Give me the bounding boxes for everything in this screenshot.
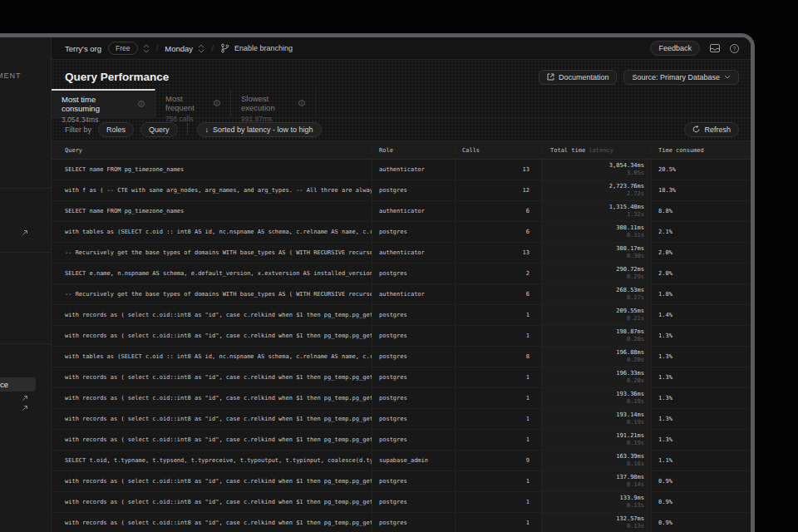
time-consumed-cell: 1.3%: [651, 326, 751, 346]
role-cell: postgres: [372, 367, 455, 387]
sidebar-section-label: GEMENT: [0, 71, 22, 80]
calls-cell: 9: [455, 451, 541, 470]
table-row[interactable]: with records as ( select c.oid::int8 as …: [52, 409, 751, 430]
role-cell: postgres: [372, 180, 455, 200]
time-consumed-cell: 0.9%: [651, 513, 751, 532]
total-time-cell: 193.36ms0.19s: [541, 388, 651, 408]
column-header-role: Role: [372, 147, 455, 154]
query-filter-button[interactable]: Query: [140, 122, 178, 137]
calls-cell: 1: [455, 367, 541, 387]
table-row[interactable]: with records as ( select c.oid::int8 as …: [52, 430, 751, 451]
role-cell: postgres: [372, 326, 455, 346]
query-cell: with records as ( select c.oid::int8 as …: [52, 492, 372, 512]
info-icon: [298, 100, 305, 106]
table-row[interactable]: with records as ( select c.oid::int8 as …: [52, 513, 751, 532]
tab-most-frequent[interactable]: Most frequent 756 calls: [155, 89, 231, 117]
table-row[interactable]: -- Recursively get the base types of dom…: [52, 243, 751, 264]
role-cell: postgres: [372, 513, 455, 532]
query-cell: with tables as (SELECT c.oid :: int8 AS …: [52, 222, 372, 242]
table-row[interactable]: SELECT t.oid, t.typname, t.typsend, t.ty…: [52, 451, 751, 471]
total-time-cell: 132.57ms0.13s: [541, 513, 651, 532]
sidebar-divider: [0, 343, 52, 344]
project-selector-icon[interactable]: [198, 44, 204, 53]
table-row[interactable]: -- Recursively get the base types of dom…: [52, 284, 751, 305]
calls-cell: 8: [455, 347, 541, 367]
table-row[interactable]: with tables as (SELECT c.oid :: int8 AS …: [52, 347, 751, 367]
query-cell: SELECT name FROM pg_timezone_names: [52, 201, 372, 221]
total-time-cell: 193.14ms0.19s: [541, 409, 651, 429]
time-consumed-cell: 1.4%: [651, 305, 751, 325]
notifications-inbox-icon[interactable]: [710, 44, 720, 52]
query-cell: with records as ( select c.oid::int8 as …: [52, 388, 372, 408]
total-time-cell: 196.88ms0.20s: [541, 347, 651, 367]
tab-slowest-execution[interactable]: Slowest execution 991.97ms: [231, 89, 316, 117]
report-tabs: Most time consuming 3,054.34ms Most freq…: [52, 89, 751, 118]
table-row[interactable]: SELECT name FROM pg_timezone_names authe…: [52, 201, 751, 222]
query-cell: SELECT name FROM pg_timezone_names: [52, 160, 372, 180]
breadcrumb-separator: /: [211, 44, 214, 53]
query-cell: -- Recursively get the base types of dom…: [52, 243, 372, 263]
documentation-button[interactable]: Documentation: [539, 70, 618, 85]
table-row[interactable]: SELECT e.name, n.nspname AS schema, e.de…: [52, 264, 751, 284]
query-cell: with records as ( select c.oid::int8 as …: [52, 471, 372, 491]
role-cell: postgres: [372, 347, 455, 367]
time-consumed-cell: 0.9%: [651, 471, 751, 491]
time-consumed-cell: 1.8%: [651, 284, 751, 304]
sidebar-item-active[interactable]: ce: [0, 377, 36, 392]
table-row[interactable]: with records as ( select c.oid::int8 as …: [52, 388, 751, 409]
role-cell: authenticator: [372, 284, 455, 304]
enable-branching-button[interactable]: Enable branching: [234, 44, 293, 52]
refresh-button[interactable]: Refresh: [684, 122, 739, 137]
project-name[interactable]: Monday: [165, 44, 193, 53]
role-cell: postgres: [372, 388, 455, 408]
role-cell: postgres: [372, 305, 455, 325]
query-cell: SELECT t.oid, t.typname, t.typsend, t.ty…: [52, 451, 372, 470]
total-time-cell: 133.9ms0.13s: [541, 492, 651, 512]
total-time-cell: 137.98ms0.14s: [541, 471, 651, 491]
role-cell: supabase_admin: [372, 451, 455, 470]
source-select[interactable]: Source: Primary Database: [623, 70, 739, 85]
column-header-time-consumed: Time consumed: [651, 147, 751, 154]
refresh-icon: [692, 126, 700, 133]
query-cell: with records as ( select c.oid::int8 as …: [52, 367, 372, 387]
total-time-cell: 1,315.48ms1.32s: [541, 201, 651, 221]
role-cell: postgres: [372, 264, 455, 283]
external-link-icon[interactable]: [22, 229, 28, 236]
total-time-cell: 308.17ms0.30s: [541, 243, 651, 263]
table-row[interactable]: with records as ( select c.oid::int8 as …: [52, 305, 751, 326]
help-icon[interactable]: ?: [730, 44, 739, 53]
table-row[interactable]: with records as ( select c.oid::int8 as …: [52, 326, 751, 347]
total-time-cell: 308.11ms0.31s: [541, 222, 651, 242]
calls-cell: 6: [455, 284, 541, 304]
query-cell: with records as ( select c.oid::int8 as …: [52, 430, 372, 450]
time-consumed-cell: 1.3%: [651, 409, 751, 429]
total-time-cell: 163.39ms0.16s: [541, 451, 651, 470]
role-cell: postgres: [372, 409, 455, 429]
table-row[interactable]: with tables as (SELECT c.oid :: int8 AS …: [52, 222, 751, 243]
feedback-button[interactable]: Feedback: [650, 41, 700, 56]
sort-button[interactable]: ↓ Sorted by latency - low to high: [197, 122, 322, 137]
table-row[interactable]: with f as ( -- CTE with sane arg_nodes, …: [52, 180, 751, 201]
role-cell: postgres: [372, 430, 455, 450]
tab-most-time-consuming[interactable]: Most time consuming 3,054.34ms: [52, 89, 155, 117]
table-row[interactable]: with records as ( select c.oid::int8 as …: [52, 367, 751, 388]
external-link-icon[interactable]: [22, 405, 28, 411]
calls-cell: 1: [455, 430, 541, 450]
table-row[interactable]: with records as ( select c.oid::int8 as …: [52, 492, 751, 513]
total-time-cell: 268.53ms0.27s: [541, 284, 651, 304]
chevron-down-icon: [724, 75, 731, 79]
time-consumed-cell: 1.3%: [651, 430, 751, 450]
table-row[interactable]: with records as ( select c.oid::int8 as …: [52, 471, 751, 492]
roles-filter-button[interactable]: Roles: [98, 122, 134, 137]
plan-badge[interactable]: Free: [108, 42, 137, 55]
query-cell: with records as ( select c.oid::int8 as …: [52, 513, 372, 532]
time-consumed-cell: 2.0%: [651, 243, 751, 263]
external-link-icon[interactable]: [22, 395, 28, 401]
table-row[interactable]: SELECT name FROM pg_timezone_names authe…: [52, 160, 751, 180]
org-selector-icon[interactable]: [143, 44, 150, 53]
query-cell: with records as ( select c.oid::int8 as …: [52, 409, 372, 429]
column-header-query: Query: [52, 147, 372, 154]
time-consumed-cell: 1.3%: [651, 347, 751, 367]
org-name[interactable]: Terry's org: [65, 44, 101, 53]
role-cell: authenticator: [372, 243, 455, 263]
